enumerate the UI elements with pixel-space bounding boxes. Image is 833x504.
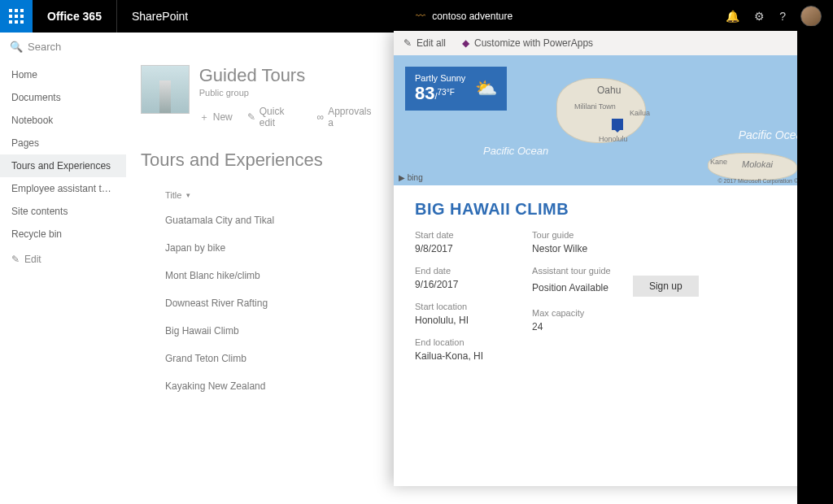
- nav-employee-assistant[interactable]: Employee assistant tour g…: [0, 177, 126, 200]
- nav-recycle-bin[interactable]: Recycle bin: [0, 223, 126, 245]
- approvals-button[interactable]: ∞Approvals a: [317, 106, 379, 128]
- tenant-name: contoso adventure: [432, 11, 512, 22]
- powerapps-icon: ◆: [462, 37, 469, 49]
- waffle-icon: [9, 9, 24, 24]
- tenant-branding: 〰 contoso adventure: [203, 11, 726, 22]
- map-provider: ▶ bing: [399, 173, 423, 182]
- field-max-capacity: Max capacity24: [532, 308, 699, 332]
- weather-lo: 73°F: [438, 88, 455, 97]
- site-title: Guided Tours: [199, 65, 379, 86]
- brand-sharepoint[interactable]: SharePoint: [117, 10, 203, 23]
- svg-rect-1: [15, 9, 18, 12]
- field-assistant-guide: Assistant tour guide Position Available …: [532, 266, 699, 297]
- map-label-oahu: Oahu: [597, 85, 621, 96]
- svg-rect-4: [15, 15, 18, 18]
- map-widget[interactable]: Partly Sunny 83/73°F ⛅ Pacific Ocean Pac…: [394, 55, 833, 185]
- nav-site-contents[interactable]: Site contents: [0, 200, 126, 223]
- panel-command-bar: ✎Edit all ◆Customize with PowerApps ✕: [394, 31, 833, 55]
- nav-tours[interactable]: Tours and Experiences: [0, 154, 126, 177]
- svg-rect-3: [9, 15, 12, 18]
- field-end-date: End date9/16/2017: [415, 266, 483, 290]
- device-bezel: [797, 26, 833, 504]
- field-end-location: End locationKailua-Kona, HI: [415, 337, 483, 362]
- left-nav: Home Documents Notebook Pages Tours and …: [0, 60, 126, 504]
- detail-panel: ✎Edit all ◆Customize with PowerApps ✕ Pa…: [394, 31, 833, 486]
- nav-pages[interactable]: Pages: [0, 132, 126, 154]
- chevron-down-icon: ▾: [186, 191, 190, 199]
- tenant-logo-icon: 〰: [416, 11, 425, 22]
- site-logo[interactable]: [141, 65, 190, 114]
- svg-rect-6: [9, 20, 12, 24]
- map-pin-icon: [612, 119, 623, 130]
- notifications-icon[interactable]: 🔔: [726, 10, 739, 23]
- weather-card: Partly Sunny 83/73°F ⛅: [405, 67, 507, 111]
- field-tour-guide: Tour guideNestor Wilke: [532, 230, 699, 254]
- panel-body: BIG HAWAII CLIMB Start date9/8/2017 End …: [394, 185, 833, 376]
- list-rows: Guatamala City and Tikal Japan by bike M…: [141, 206, 379, 400]
- pencil-icon: ✎: [403, 37, 412, 49]
- nav-edit[interactable]: ✎ Edit: [0, 245, 126, 273]
- list-item[interactable]: Grand Teton Climb: [141, 345, 379, 372]
- header-actions: 🔔 ⚙ ?: [726, 6, 833, 27]
- field-start-date: Start date9/8/2017: [415, 230, 483, 254]
- svg-rect-0: [9, 9, 12, 12]
- map-place: Kane: [710, 158, 727, 166]
- approval-icon: ∞: [317, 111, 325, 123]
- map-label-molokai: Molokai: [742, 159, 773, 169]
- list-item[interactable]: Downeast River Rafting: [141, 289, 379, 317]
- edit-all-button[interactable]: ✎Edit all: [403, 37, 446, 49]
- weather-hi: 83: [415, 83, 434, 103]
- main-content: Guided Tours Public group ＋New ✎Quick ed…: [126, 60, 394, 504]
- quick-edit-button[interactable]: ✎Quick edit: [247, 106, 303, 128]
- list-item[interactable]: Japan by bike: [141, 234, 379, 262]
- settings-icon[interactable]: ⚙: [754, 10, 765, 23]
- sun-cloud-icon: ⛅: [475, 78, 497, 99]
- column-header-title[interactable]: Title ▾: [165, 190, 379, 200]
- list-item[interactable]: Big Hawaii Climb: [141, 317, 379, 345]
- customize-powerapps-button[interactable]: ◆Customize with PowerApps: [462, 37, 593, 49]
- command-bar: ＋New ✎Quick edit ∞Approvals a: [199, 106, 379, 128]
- app-launcher-button[interactable]: [0, 0, 33, 33]
- list-item[interactable]: Kayaking New Zealand: [141, 372, 379, 400]
- svg-rect-7: [15, 20, 18, 24]
- pencil-icon: ✎: [11, 254, 20, 265]
- weather-condition: Partly Sunny: [415, 73, 465, 83]
- map-label-ocean: Pacific Ocean: [483, 145, 548, 157]
- nav-home[interactable]: Home: [0, 63, 126, 86]
- site-subtitle: Public group: [199, 88, 379, 98]
- nav-documents[interactable]: Documents: [0, 86, 126, 109]
- list-item[interactable]: Mont Blanc hike/climb: [141, 262, 379, 289]
- item-title: BIG HAWAII CLIMB: [415, 200, 812, 219]
- plus-icon: ＋: [199, 111, 209, 124]
- nav-notebook[interactable]: Notebook: [0, 109, 126, 132]
- list-title: Tours and Experiences: [141, 150, 379, 171]
- sign-up-button[interactable]: Sign up: [633, 276, 699, 297]
- svg-rect-8: [20, 20, 24, 24]
- list-item[interactable]: Guatamala City and Tikal: [141, 206, 379, 234]
- field-start-location: Start locationHonolulu, HI: [415, 302, 483, 326]
- search-placeholder: Search: [28, 41, 61, 53]
- brand-office365[interactable]: Office 365: [33, 0, 117, 33]
- help-icon[interactable]: ?: [779, 10, 786, 23]
- pencil-icon: ✎: [247, 111, 255, 123]
- map-place: Mililani Town: [574, 102, 616, 111]
- svg-rect-2: [20, 9, 24, 12]
- user-avatar[interactable]: [800, 6, 822, 27]
- suite-header: Office 365 SharePoint 〰 contoso adventur…: [0, 0, 833, 33]
- map-place: Kailua: [630, 109, 650, 117]
- search-icon: 🔍: [10, 41, 23, 53]
- lighthouse-icon: [159, 80, 171, 113]
- svg-rect-5: [20, 15, 24, 18]
- new-button[interactable]: ＋New: [199, 111, 233, 124]
